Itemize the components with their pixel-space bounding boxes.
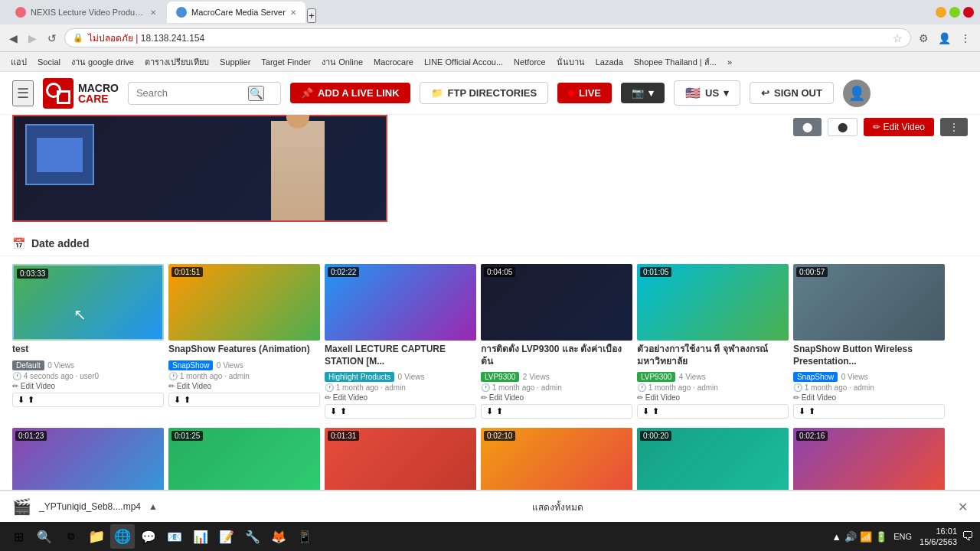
add-live-link-button[interactable]: 📌 ADD A LIVE LINK [290,83,410,103]
lang-indicator[interactable]: ENG [893,532,912,541]
app-6-button[interactable]: 🦊 [266,524,291,549]
edit-video-link[interactable]: ✏ Edit Video [637,393,789,402]
tray-icon-4[interactable]: 🔋 [875,531,887,543]
bookmark-shopee[interactable]: Shopee Thailand | ส์... [629,54,721,70]
bookmark-star-icon[interactable]: ☆ [893,32,903,44]
more-options-btn[interactable]: ⋮ [940,118,968,136]
search-button[interactable]: 🔍 [248,86,264,101]
start-button[interactable]: ⊞ [6,524,31,549]
download-icon[interactable]: ⬇ [18,395,24,405]
bookmark-app[interactable]: แอป [6,54,31,70]
upload-icon[interactable]: ⬆ [28,395,34,405]
ftp-directories-button[interactable]: 📁 FTP DIRECTORIES [420,82,549,104]
new-tab-button[interactable]: + [307,8,316,23]
video-thumbnail[interactable]: 0:01:23 [12,428,164,490]
close-tab-1[interactable]: ✕ [150,8,156,17]
tray-icon-3[interactable]: 📶 [860,531,872,543]
video-card-v8[interactable]: 0:01:25 ⬇ ⬆ [168,428,320,490]
video-thumbnail[interactable]: 0:01:05 [637,264,789,341]
app-3-button[interactable]: 📊 [188,524,213,549]
bookmark-supplier[interactable]: Supplier [215,56,255,68]
upload-icon[interactable]: ⬆ [496,406,503,416]
video-card-v10[interactable]: 0:02:10 ⬇ ⬆ [481,428,632,490]
clock[interactable]: 16:01 15/6/2563 [920,526,957,548]
address-bar[interactable]: 🔒 ไม่ปลอดภัย | 18.138.241.154 ☆ [64,28,911,47]
video-card-v6[interactable]: 0:00:57 SnapShow Button Wireless Present… [793,264,945,419]
app-4-button[interactable]: 📝 [214,524,239,549]
more-menu-icon[interactable]: ⋮ [957,31,974,46]
live-button[interactable]: LIVE [557,83,612,103]
download-icon[interactable]: ⬇ [642,406,649,416]
video-thumbnail[interactable]: 0:02:22 [325,264,476,341]
edit-video-link[interactable]: ✏ Edit Video [325,393,476,402]
download-icon[interactable]: ⬇ [330,406,337,416]
back-button[interactable]: ◀ [6,31,21,46]
video-card-v11[interactable]: 0:00:20 ⬇ ⬆ [637,428,789,490]
video-thumbnail[interactable]: 0:00:57 [793,264,945,341]
tray-icon-1[interactable]: ▲ [831,531,841,543]
upload-icon[interactable]: ⬆ [340,406,347,416]
close-download-bar[interactable]: ✕ [958,500,968,514]
camera-button[interactable]: 📷 ▾ [621,83,665,103]
extensions-icon[interactable]: ⚙ [916,31,932,46]
forward-button[interactable]: ▶ [25,31,40,46]
download-icon[interactable]: ⬇ [799,406,805,416]
signout-button[interactable]: ↩ SIGN OUT [750,82,834,104]
video-card-v5[interactable]: 0:01:05 ตัวอย่างการใช้งาน ที่ จุฬาลงกรณ์… [637,264,789,419]
video-thumbnail[interactable]: 0:02:16 [793,428,945,490]
minimize-button[interactable] [936,7,946,18]
close-window-button[interactable] [963,7,974,18]
bookmark-netforce[interactable]: Netforce [509,56,550,68]
download-expand-arrow[interactable]: ▲ [149,501,158,512]
upload-icon[interactable]: ⬆ [808,406,815,416]
download-icon[interactable]: ⬇ [486,406,493,416]
edit-video-top-btn[interactable]: ✏ Edit Video [864,118,934,136]
sidebar-action-btn-2[interactable]: ⬤ [828,118,858,136]
video-thumbnail[interactable]: 0:01:51 [168,264,320,341]
download-icon[interactable]: ⬇ [174,395,181,405]
reload-button[interactable]: ↺ [44,31,60,46]
bookmark-lazada[interactable]: Lazada [591,56,628,68]
menu-button[interactable]: ☰ [12,80,34,106]
video-thumbnail[interactable]: 0:01:25 [168,428,320,490]
app-7-button[interactable]: 📱 [292,524,317,549]
video-card-v3[interactable]: 0:02:22 Maxell LECTURE CAPTURE STATION [… [325,264,476,419]
bookmark-line[interactable]: LINE Official Accou... [420,56,508,68]
search-taskbar-button[interactable]: 🔍 [32,524,57,549]
video-card-v7[interactable]: 0:01:23 ⬇ ⬆ [12,428,164,490]
sidebar-action-btn-1[interactable]: ⬤ [793,118,822,136]
app-1-button[interactable]: 💬 [136,524,161,549]
bookmark-online[interactable]: งาน Online [317,54,368,70]
show-all-downloads[interactable]: แสดงทั้งหมด [532,500,583,514]
video-thumbnail[interactable]: 0:00:20 [637,428,789,490]
search-input[interactable] [136,87,243,99]
video-card-v1[interactable]: 0:03:33 ↖ test Default 0 Views 🕐 4 secon… [12,264,164,419]
upload-icon[interactable]: ⬆ [184,395,191,405]
bookmark-nuanban[interactable]: นั่นบาน [552,54,590,70]
hero-video-player[interactable] [12,115,387,222]
tab-nexis[interactable]: NEXIS Lecture Video Production ✕ [6,2,165,23]
tray-icon-2[interactable]: 🔊 [844,531,857,543]
user-profile-button[interactable]: 👤 [843,80,871,107]
upload-icon[interactable]: ⬆ [652,406,659,416]
close-tab-2[interactable]: ✕ [290,8,296,17]
maximize-button[interactable] [949,7,960,18]
video-thumbnail[interactable]: 0:03:33 ↖ [12,264,164,341]
chrome-taskbar-button[interactable]: 🌐 [110,524,135,549]
notification-button[interactable]: 🗨 [962,530,974,543]
edit-video-link[interactable]: ✏ Edit Video [481,393,632,402]
bookmark-macrocare[interactable]: Macrocare [369,56,418,68]
bookmark-more[interactable]: » [723,56,737,68]
app-5-button[interactable]: 🔧 [240,524,265,549]
bookmark-social[interactable]: Social [33,56,65,68]
bookmark-target[interactable]: Target Finder [256,56,315,68]
bookmark-gdrive[interactable]: งาน google drive [67,54,139,70]
video-thumbnail[interactable]: 0:01:31 [325,428,476,490]
edit-video-link[interactable]: ✏ Edit Video [12,382,164,390]
video-card-v4[interactable]: 0:04:05 การติดตั้ง LVP9300 และ ตั้งค่าเบ… [481,264,632,419]
task-view-button[interactable]: ⧉ [58,524,83,549]
language-button[interactable]: 🇺🇸 US ▾ [674,80,740,106]
profile-icon[interactable]: 👤 [935,31,954,46]
file-explorer-button[interactable]: 📁 [84,524,109,549]
bookmark-table[interactable]: ตารางเปรียบเทียบ [140,54,214,70]
